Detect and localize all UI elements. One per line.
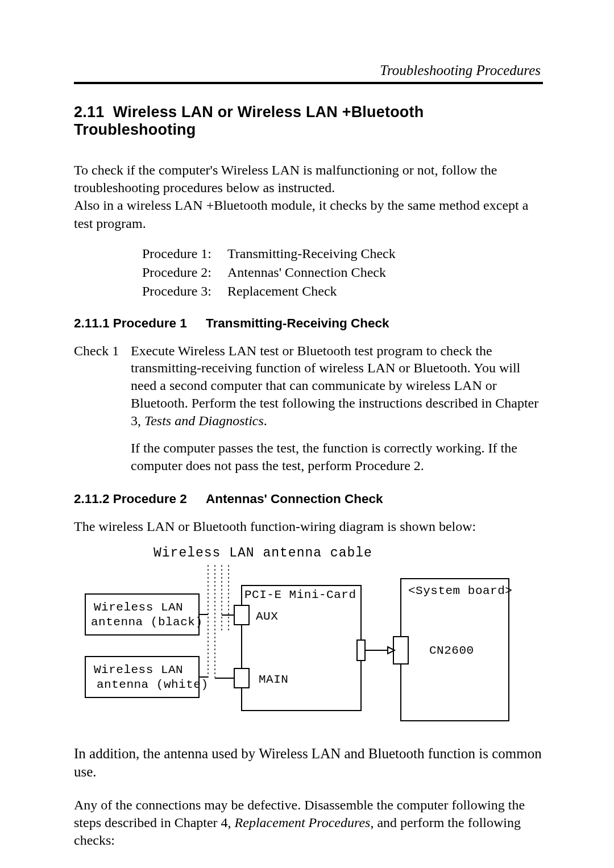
svg-rect-9 [234,605,249,625]
antenna-black-l1: Wireless LAN [94,601,183,614]
pci-label: PCI-E Mini-Card [244,588,356,601]
procedure-label: Procedure 1: [142,246,227,261]
page: Troubleshooting Procedures 2.11 Wireless… [0,0,614,868]
closing-p2-em: Replacement Procedures [235,815,371,830]
antenna-black-l2: antenna (black) [91,616,203,629]
closing-p2: Any of the connections may be defective.… [74,796,543,850]
check1-p1b: . [264,413,267,428]
procedure-text: Replacement Check [227,284,543,299]
section-heading: 2.11 Wireless LAN or Wireless LAN +Bluet… [74,103,543,139]
svg-rect-11 [234,668,249,688]
check1-p2: If the computer passes the test, the fun… [131,439,543,474]
check1-block: Check 1 Execute Wireless LAN test or Blu… [74,342,543,475]
antenna-white-l2: antenna (white) [97,678,209,691]
check1-p1-em: Tests and Diagnostics [144,413,264,428]
procedure-list: Procedure 1: Transmitting-Receiving Chec… [142,246,543,299]
section-title: Wireless LAN or Wireless LAN +Bluetooth … [74,103,424,138]
closing-p1: In addition, the antenna used by Wireles… [74,745,543,782]
procedure1-title: Transmitting-Receiving Check [206,316,389,331]
svg-rect-15 [357,640,365,661]
procedure-row: Procedure 1: Transmitting-Receiving Chec… [142,246,543,261]
procedure-row: Procedure 2: Antennas' Connection Check [142,265,543,280]
wiring-diagram-svg: Wireless LAN antenna (black) Wireless LA… [74,563,512,728]
check1-p1: Execute Wireless LAN test or Bluetooth t… [131,342,543,430]
main-label: MAIN [259,673,288,686]
svg-rect-6 [85,657,199,697]
svg-rect-4 [85,594,199,635]
cn2600-label: CN2600 [429,644,474,657]
intro-p2: Also in a wireless LAN +Bluetooth module… [74,197,543,232]
check1-body: Execute Wireless LAN test or Bluetooth t… [131,342,543,475]
diagram-caption: Wireless LAN antenna cable [154,546,543,560]
procedure-label: Procedure 2: [142,265,227,280]
intro-p1: To check if the computer's Wireless LAN … [74,161,543,197]
svg-rect-8 [242,585,361,711]
procedure-text: Transmitting-Receiving Check [227,246,543,261]
procedure1-heading: 2.11.1 Procedure 1 Transmitting-Receivin… [74,316,543,331]
procedure2-number: 2.11.2 Procedure 2 [74,492,206,506]
wiring-diagram: Wireless LAN antenna cable Wireless LAN … [74,546,543,728]
procedure2-lead: The wireless LAN or Bluetooth function-w… [74,518,543,535]
running-header: Troubleshooting Procedures [74,63,543,78]
intro-block: To check if the computer's Wireless LAN … [74,161,543,232]
check1-label: Check 1 [74,342,131,475]
procedure-text: Antennas' Connection Check [227,265,543,280]
procedure2-heading: 2.11.2 Procedure 2 Antennas' Connection … [74,492,543,506]
system-board-label: <System board> [408,584,512,597]
procedure-label: Procedure 3: [142,284,227,299]
antenna-white-l1: Wireless LAN [94,663,183,676]
procedure1-number: 2.11.1 Procedure 1 [74,316,206,331]
procedure2-title: Antennas' Connection Check [206,492,383,506]
aux-label: AUX [256,610,278,623]
top-rule [74,82,543,84]
section-number: 2.11 [74,103,104,121]
procedure-row: Procedure 3: Replacement Check [142,284,543,299]
